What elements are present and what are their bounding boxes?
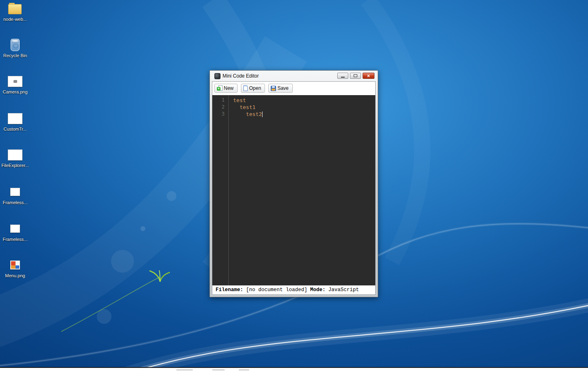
desktop-icon-customtr[interactable]: CustomTr... <box>0 111 30 131</box>
save-floppy-icon <box>271 86 276 91</box>
caption-buttons: × <box>337 73 374 79</box>
code-editor[interactable]: 1 test 2 test1 3 test2 <box>212 95 375 285</box>
image-thumbnail-icon <box>8 74 22 88</box>
desktop: node-web... Recycle Bin Camera.png Custo… <box>0 0 588 367</box>
desktop-icon-label: Frameless... <box>3 200 28 205</box>
desktop-icon-fileexplorer[interactable]: FileExplorer... <box>0 148 30 168</box>
image-thumbnail-icon <box>10 185 20 199</box>
desktop-icon-label: Recycle Bin <box>3 53 27 58</box>
app-icon <box>214 73 220 79</box>
bottom-strip <box>0 367 588 383</box>
desktop-icon-camera-png[interactable]: Camera.png <box>0 74 30 94</box>
code-line: 1 test <box>212 97 375 104</box>
bottom-strip-mark <box>239 370 249 370</box>
minimize-icon <box>341 77 345 78</box>
maximize-button[interactable] <box>350 73 361 79</box>
desktop-icon-recycle-bin[interactable]: Recycle Bin <box>0 38 30 58</box>
desktop-icon-label: node-web... <box>3 17 27 22</box>
folder-icon <box>8 2 22 16</box>
code-line: 3 test2 <box>212 111 375 118</box>
close-button[interactable]: × <box>363 73 374 79</box>
desktop-icon-label: CustomTr... <box>4 127 27 131</box>
minimize-button[interactable] <box>337 73 348 79</box>
desktop-icon-frameless-2[interactable]: Frameless... <box>0 222 30 242</box>
titlebar[interactable]: Mini Code Editor × <box>212 71 376 81</box>
desktop-icon-label: Frameless... <box>3 237 28 242</box>
image-thumbnail-icon <box>10 258 20 272</box>
image-thumbnail-icon <box>8 148 22 162</box>
save-button[interactable]: Save <box>268 84 292 93</box>
image-thumbnail-icon <box>10 222 20 236</box>
code-line: 2 test1 <box>212 104 375 111</box>
open-button[interactable]: Open <box>241 84 265 93</box>
bottom-strip-mark <box>176 370 193 370</box>
open-button-label: Open <box>249 85 261 91</box>
new-button-label: New <box>224 85 234 91</box>
recycle-bin-icon <box>11 38 20 52</box>
statusbar: Filename: [no document loaded] Mode: Jav… <box>212 285 375 294</box>
desktop-icon-label: FileExplorer... <box>1 163 29 168</box>
text-cursor <box>262 111 263 117</box>
mode-label: Mode: <box>310 287 326 293</box>
desktop-icon-label: Menu.png <box>5 273 25 278</box>
desktop-icon-node-web[interactable]: node-web... <box>0 2 30 22</box>
open-document-icon <box>243 85 248 91</box>
save-button-label: Save <box>277 85 288 91</box>
filename-value: [no document loaded] <box>246 287 307 293</box>
window-title: Mini Code Editor <box>223 73 259 79</box>
new-button[interactable]: + New <box>214 84 238 93</box>
code-text: test2 <box>228 111 262 118</box>
bottom-strip-mark <box>212 370 225 370</box>
code-text: test <box>228 97 246 104</box>
desktop-icon-menu-png[interactable]: Menu.png <box>0 258 30 278</box>
desktop-icon-frameless-1[interactable]: Frameless... <box>0 185 30 205</box>
line-number: 2 <box>212 104 228 111</box>
toolbar: + New Open Save <box>212 82 375 95</box>
mini-code-editor-window: Mini Code Editor × + New Open Save <box>209 70 378 297</box>
window-body: + New Open Save 1 test 2 <box>212 81 376 295</box>
desktop-icon-label: Camera.png <box>3 89 28 94</box>
mode-value: JavaScript <box>328 287 359 293</box>
image-thumbnail-icon <box>8 111 22 125</box>
line-number: 3 <box>212 111 228 118</box>
new-document-plus-icon: + <box>217 85 223 91</box>
code-text: test1 <box>228 104 256 111</box>
line-number: 1 <box>212 97 228 104</box>
maximize-icon <box>354 74 357 77</box>
filename-label: Filename: <box>216 287 243 293</box>
